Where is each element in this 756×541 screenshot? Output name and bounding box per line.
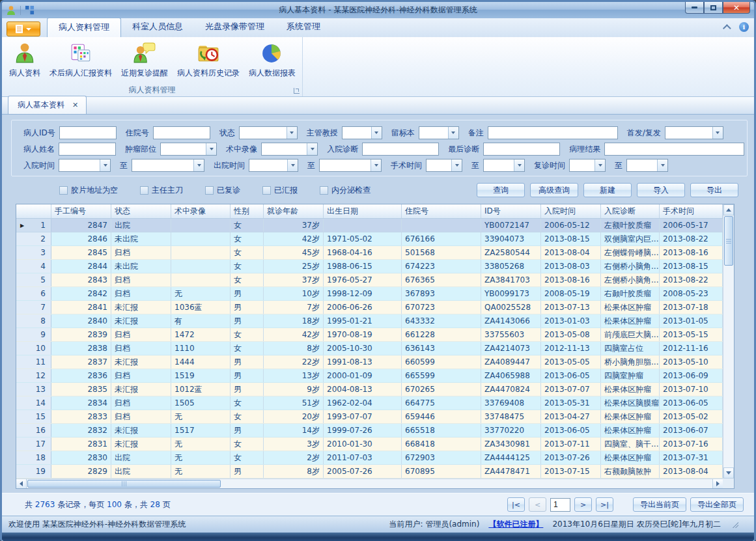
specimen-kept-combo[interactable] <box>419 126 459 139</box>
table-row-4[interactable]: 42844未出院女25岁1988-06-15674223338052682013… <box>16 260 723 273</box>
column-header-admission-date[interactable]: 入院时间 <box>541 204 601 218</box>
menu-tab-patient-data-management[interactable]: 病人资料管理 <box>47 18 121 37</box>
checkbox-film-address-empty[interactable]: 胶片地址为空 <box>59 185 118 196</box>
next-page-button[interactable]: > <box>574 497 592 512</box>
dropdown-arrow-icon[interactable] <box>371 160 381 171</box>
column-header-birth-date[interactable]: 出生日期 <box>324 204 402 218</box>
app-menu-button[interactable] <box>7 21 40 36</box>
minimize-button[interactable] <box>685 2 704 14</box>
ribbon-button-patient-data-history[interactable]: 病人资料历史记录 <box>173 39 244 80</box>
admission-diagnosis-input[interactable] <box>362 143 439 156</box>
final-diagnosis-input[interactable] <box>483 143 560 156</box>
dropdown-arrow-icon[interactable] <box>287 160 298 171</box>
table-row-1[interactable]: ▶12847出院女37岁YB00721472006-05-12左额叶胶质瘤200… <box>16 219 723 232</box>
advanced-query-button[interactable]: 高级查询 <box>530 183 578 197</box>
column-header-visit-age[interactable]: 就诊年龄 <box>264 204 324 218</box>
column-header-surgery-date[interactable]: 手术时间 <box>660 204 723 218</box>
ribbon-button-recent-revisit-reminder[interactable]: 近期复诊提醒 <box>117 39 173 80</box>
scroll-down-button[interactable] <box>723 467 734 479</box>
vertical-scroll-thumb[interactable] <box>724 216 733 266</box>
export-current-page-button[interactable]: 导出当前页 <box>633 497 686 512</box>
column-header-manual-no[interactable]: 手工编号 <box>51 204 111 218</box>
table-row-8[interactable]: 82840未汇报有男18岁1995-01-21643332ZA414306620… <box>16 314 723 328</box>
dropdown-arrow-icon[interactable] <box>287 127 297 139</box>
checkbox-chief-surgeon[interactable]: 主任主刀 <box>140 185 183 196</box>
pathology-result-input[interactable] <box>604 143 744 156</box>
table-row-16[interactable]: 162832未汇报1517男14岁1999-07-266655183377022… <box>16 424 723 437</box>
last-page-button[interactable]: >| <box>596 497 613 512</box>
tumor-site-combo[interactable] <box>160 143 217 156</box>
maximize-button[interactable] <box>704 2 723 14</box>
horizontal-scrollbar[interactable] <box>16 479 723 488</box>
menu-tab-department-staff-info[interactable]: 科室人员信息 <box>121 18 194 37</box>
document-tab-patient-basic-info[interactable]: 病人基本资料 ✕ <box>8 96 87 114</box>
vertical-scrollbar[interactable] <box>723 204 734 479</box>
import-button[interactable]: 导入 <box>637 183 685 197</box>
dropdown-arrow-icon[interactable] <box>451 160 462 171</box>
patient-name-input[interactable] <box>59 143 116 156</box>
horizontal-scroll-thumb[interactable] <box>27 480 221 488</box>
table-row-7[interactable]: 72841未汇报1036蓝男7岁2006-06-26670723QA002552… <box>16 301 723 314</box>
column-header-admission-diagnosis[interactable]: 入院诊断 <box>601 204 660 218</box>
scroll-left-button[interactable] <box>16 479 27 488</box>
ribbon-button-patient-data[interactable]: 病人资料 <box>5 39 45 80</box>
menu-tab-system-management[interactable]: 系统管理 <box>275 18 331 37</box>
dropdown-arrow-icon[interactable] <box>193 160 204 171</box>
column-header-status[interactable]: 状态 <box>111 204 171 218</box>
new-button[interactable]: 新建 <box>583 183 632 197</box>
column-header-inpatient-no[interactable]: 住院号 <box>402 204 481 218</box>
table-row-2[interactable]: 22846未出院女42岁1971-05-02676166339040732013… <box>16 232 723 246</box>
first-page-button[interactable]: |< <box>507 497 525 512</box>
revisit-date-from-combo[interactable] <box>569 159 606 172</box>
dropdown-arrow-icon[interactable] <box>657 160 667 171</box>
checkbox-endocrine-exam[interactable]: 内分泌检查 <box>320 185 371 196</box>
table-row-15[interactable]: 152833归档无女20岁1993-07-0765944633748475201… <box>16 410 723 424</box>
close-button[interactable]: ✕ <box>723 2 750 14</box>
page-number-input[interactable] <box>550 498 570 512</box>
admission-date-to-combo[interactable] <box>132 159 204 172</box>
revisit-date-to-combo[interactable] <box>626 159 668 172</box>
table-row-3[interactable]: 32845归档女45岁1968-04-16501568ZA25805442013… <box>16 246 723 260</box>
table-row-9[interactable]: 92839归档1472女42岁1970-08-19661228337556032… <box>16 328 723 342</box>
discharge-date-to-combo[interactable] <box>319 159 382 172</box>
surgery-date-from-combo[interactable] <box>426 159 462 172</box>
table-row-5[interactable]: 52843归档女37岁1976-05-27676365ZA38417032013… <box>16 273 723 287</box>
discharge-date-from-combo[interactable] <box>249 159 298 172</box>
inpatient-no-input[interactable] <box>153 126 210 139</box>
status-combo[interactable] <box>239 126 298 139</box>
supervising-professor-combo[interactable] <box>342 126 382 139</box>
remarks-input[interactable] <box>488 126 618 139</box>
scroll-right-button[interactable] <box>712 479 723 488</box>
query-button[interactable]: 查询 <box>477 183 525 197</box>
ribbon-button-postop-report-data[interactable]: 术后病人汇报资料 <box>45 39 117 80</box>
dropdown-arrow-icon[interactable] <box>100 160 110 171</box>
collapse-ribbon-icon[interactable] <box>723 24 731 33</box>
ribbon-button-patient-data-report[interactable]: 病人数据报表 <box>244 39 300 80</box>
table-row-11[interactable]: 112837未汇报1444男22岁1991-08-13660599ZA40894… <box>16 355 723 369</box>
table-row-14[interactable]: 142834归档1505女51岁1962-02-0466477533769408… <box>16 396 723 410</box>
checkbox-revisited[interactable]: 已复诊 <box>205 185 240 196</box>
table-row-19[interactable]: 192829出院无男8岁2005-07-26670895ZA4478471201… <box>16 465 723 479</box>
dropdown-arrow-icon[interactable] <box>514 160 524 171</box>
checkbox-reported[interactable]: 已汇报 <box>262 185 298 196</box>
tab-close-icon[interactable]: ✕ <box>72 102 78 109</box>
dialog-launcher-icon[interactable] <box>294 88 300 94</box>
export-button[interactable]: 导出 <box>690 183 738 197</box>
dropdown-arrow-icon[interactable] <box>307 143 317 155</box>
dropdown-arrow-icon[interactable] <box>206 143 216 155</box>
patient-id-input[interactable] <box>59 126 117 139</box>
surgery-date-to-combo[interactable] <box>483 159 525 172</box>
table-row-12[interactable]: 122836归档1519男13岁2000-01-09665599ZA406598… <box>16 369 723 383</box>
info-icon[interactable]: i <box>739 22 749 32</box>
export-all-pages-button[interactable]: 导出全部页 <box>690 497 744 512</box>
dropdown-arrow-icon[interactable] <box>595 160 605 171</box>
column-header-intraop-video[interactable]: 术中录像 <box>171 204 231 218</box>
table-row-18[interactable]: 182830出院无女2岁2011-07-03672903ZA4444125201… <box>16 451 723 465</box>
registered-link[interactable]: 【软件已注册】 <box>488 519 543 530</box>
table-row-10[interactable]: 102838归档1110女8岁2005-10-30636143ZA4214073… <box>16 342 723 355</box>
admission-date-from-combo[interactable] <box>59 159 111 172</box>
intraop-video-combo[interactable] <box>261 143 318 156</box>
dropdown-arrow-icon[interactable] <box>712 127 723 139</box>
dropdown-arrow-icon[interactable] <box>448 127 458 139</box>
first-or-recurrence-combo[interactable] <box>665 126 723 139</box>
